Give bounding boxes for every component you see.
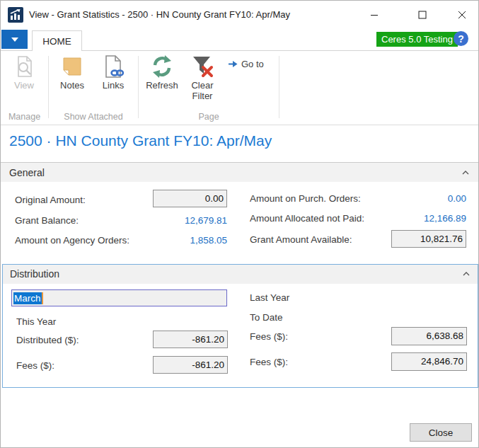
ribbon: View Manage Notes: [1, 51, 478, 125]
app-chart-icon: [8, 7, 23, 23]
version-badge: Ceres 5.0 Testing: [376, 32, 458, 47]
text-cursor: [42, 292, 43, 304]
maximize-icon: [418, 11, 427, 19]
help-icon: ?: [458, 33, 464, 45]
note-icon: [60, 54, 84, 79]
chevron-down-icon: [11, 38, 18, 42]
link-icon: [101, 54, 125, 79]
ribbon-group-label: Page: [139, 112, 279, 125]
grant-amount-available-field[interactable]: 10,821.76: [391, 230, 466, 248]
amount-purch-orders-link[interactable]: 0.00: [391, 193, 466, 204]
grant-balance-link[interactable]: 12,679.81: [153, 215, 227, 226]
month-selected-text: March: [13, 292, 42, 304]
go-to-arrow-icon: [228, 60, 238, 68]
view-document-icon: [12, 54, 36, 79]
distributed-label: Distributed ($):: [16, 335, 79, 345]
fees-last-year-field[interactable]: 6,638.68: [391, 327, 467, 345]
fees-this-year-field[interactable]: -861.20: [153, 356, 228, 374]
grant-balance-label: Grant Balance:: [15, 215, 79, 226]
ribbon-group-label: Manage: [1, 112, 48, 125]
chevron-up-icon[interactable]: [462, 171, 469, 175]
close-button[interactable]: Close: [410, 423, 472, 442]
original-amount-field[interactable]: 0.00: [153, 190, 227, 207]
amount-agency-orders-link[interactable]: 1,858.05: [153, 235, 227, 246]
window-close-button[interactable]: [446, 1, 478, 29]
original-amount-label: Original Amount:: [15, 195, 86, 205]
clear-filter-icon: [190, 54, 214, 79]
refresh-icon: [150, 54, 174, 79]
section-title: General: [9, 163, 45, 183]
close-icon: [458, 11, 466, 19]
ribbon-group-manage: View Manage: [1, 51, 48, 125]
view-button: View: [4, 51, 45, 91]
window-title: View - Grant Statistics - 2500 · HN Coun…: [29, 1, 290, 29]
to-date-label: To Date: [250, 312, 283, 323]
section-header-general[interactable]: General: [1, 162, 478, 182]
app-menu-button[interactable]: [1, 30, 28, 49]
minimize-icon: [370, 11, 379, 19]
ribbon-separator: [279, 56, 279, 118]
grant-amount-available-label: Grant Amount Available:: [250, 234, 352, 245]
amount-allocated-link[interactable]: 12,166.89: [391, 213, 466, 224]
ribbon-group-label: Show Attached: [49, 112, 138, 125]
fees-this-year-label: Fees ($):: [16, 360, 54, 371]
tab-home[interactable]: HOME: [32, 30, 82, 51]
maximize-button[interactable]: [407, 1, 438, 29]
amount-purch-orders-label: Amount on Purch. Orders:: [250, 193, 361, 204]
amount-agency-orders-label: Amount on Agency Orders:: [15, 235, 129, 246]
page-title: 2500 · HN County Grant FY10: Apr/May: [9, 132, 272, 149]
section-title: Distribution: [10, 265, 59, 284]
distributed-field[interactable]: -861.20: [153, 331, 228, 348]
go-to-button[interactable]: Go to: [228, 57, 264, 71]
minimize-button[interactable]: [359, 1, 390, 29]
help-button[interactable]: ?: [454, 31, 468, 46]
links-button[interactable]: Links: [93, 51, 134, 91]
amount-allocated-label: Amount Allocated not Paid:: [250, 213, 364, 224]
application-window: View - Grant Statistics - 2500 · HN Coun…: [0, 0, 479, 448]
notes-button[interactable]: Notes: [52, 51, 93, 91]
chevron-up-icon[interactable]: [463, 272, 470, 276]
title-bar[interactable]: View - Grant Statistics - 2500 · HN Coun…: [1, 1, 478, 29]
ribbon-group-page: Refresh Clear Filter Go to: [139, 51, 279, 125]
month-field[interactable]: March: [11, 289, 227, 306]
fees-last-year-label: Fees ($):: [250, 331, 288, 342]
ribbon-group-show-attached: Notes Links Show Attached: [49, 51, 138, 125]
last-year-label: Last Year: [250, 292, 289, 303]
this-year-label: This Year: [16, 316, 56, 327]
fees-to-date-label: Fees ($):: [250, 357, 288, 367]
section-header-distribution[interactable]: Distribution: [3, 265, 478, 284]
refresh-button[interactable]: Refresh: [142, 51, 183, 91]
section-distribution: Distribution March This Year Distributed…: [2, 264, 478, 388]
clear-filter-button[interactable]: Clear Filter: [183, 51, 222, 102]
fees-to-date-field[interactable]: 24,846.70: [391, 352, 467, 371]
